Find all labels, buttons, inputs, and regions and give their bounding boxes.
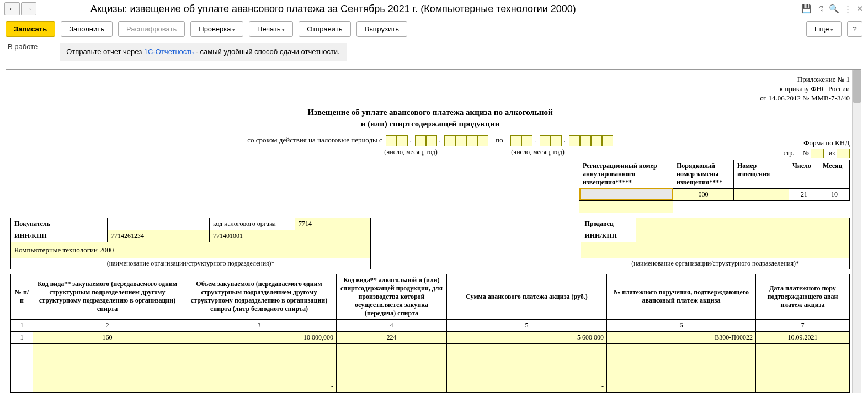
- seller-table: Продавец ИНН/КПП: [581, 218, 850, 242]
- reg-month-field: 10: [819, 188, 850, 200]
- print-button[interactable]: Печать: [249, 21, 293, 37]
- buyer-inn-field[interactable]: 7714261234: [108, 230, 210, 242]
- buyer-table: Покупатель код налогового органа 7714 ИН…: [10, 218, 371, 242]
- forward-button[interactable]: →: [21, 2, 36, 15]
- hint-box: Отправьте отчет через 1С-Отчетность - са…: [60, 43, 347, 61]
- back-button[interactable]: ←: [4, 2, 20, 15]
- scrollbar[interactable]: [852, 70, 861, 393]
- export-button[interactable]: Выгрузить: [356, 21, 407, 37]
- seller-innkpp-field[interactable]: [636, 230, 850, 242]
- send-button[interactable]: Отправить: [299, 21, 350, 37]
- doc-title: Извещение об уплате авансового платежа а…: [10, 107, 850, 130]
- table-row[interactable]: 1 160 10 000,000 224 5 600 000 В300-П000…: [11, 331, 850, 343]
- buyer-kpp-field[interactable]: 771401001: [210, 230, 371, 242]
- page-title: Акцизы: извещение об уплате авансового п…: [41, 3, 797, 15]
- save-button[interactable]: Записать: [6, 21, 55, 37]
- appendix-block: Приложение № 1 к приказу ФНС России от 1…: [10, 75, 850, 103]
- reg-order-field[interactable]: 000: [673, 188, 734, 200]
- check-button[interactable]: Проверка: [190, 21, 243, 37]
- period-from-m1[interactable]: [415, 135, 426, 146]
- help-button[interactable]: ?: [847, 21, 862, 37]
- kebab-icon[interactable]: ⋮: [844, 4, 852, 14]
- period-from-m2[interactable]: [426, 135, 437, 146]
- main-data-table: № п/п Код вида** закупаемого (передаваем…: [10, 274, 850, 393]
- reg-number-field[interactable]: [734, 188, 789, 200]
- table-row[interactable]: --: [11, 343, 850, 356]
- period-to-d1[interactable]: [510, 135, 521, 146]
- more-button[interactable]: Еще: [806, 21, 842, 37]
- seller-org-name[interactable]: [581, 242, 850, 258]
- hint-link[interactable]: 1С-Отчетность: [144, 47, 194, 56]
- tax-code-field[interactable]: 7714: [295, 218, 371, 230]
- period-from-d1[interactable]: [386, 135, 397, 146]
- reg-day-field: 21: [789, 188, 819, 200]
- table-row[interactable]: --: [11, 368, 850, 380]
- close-icon[interactable]: ✕: [856, 4, 864, 14]
- table-row[interactable]: --: [11, 380, 850, 392]
- fill-button[interactable]: Заполнить: [61, 21, 113, 37]
- buyer-org-name[interactable]: Компьютерные технологии 2000: [10, 242, 371, 258]
- period-from-d2[interactable]: [397, 135, 408, 146]
- status-link[interactable]: В работе: [8, 43, 38, 51]
- preview-icon[interactable]: 🔍: [829, 4, 839, 14]
- registration-table: Регистрационный номер аннулированного из…: [579, 160, 850, 213]
- table-row[interactable]: --: [11, 356, 850, 368]
- decode-button: Расшифровать: [118, 21, 185, 37]
- print-icon[interactable]: 🖨: [816, 4, 824, 14]
- reg-cancelled-field[interactable]: [579, 188, 673, 200]
- period-from-y1[interactable]: [444, 135, 455, 146]
- save-icon[interactable]: 💾: [801, 4, 812, 14]
